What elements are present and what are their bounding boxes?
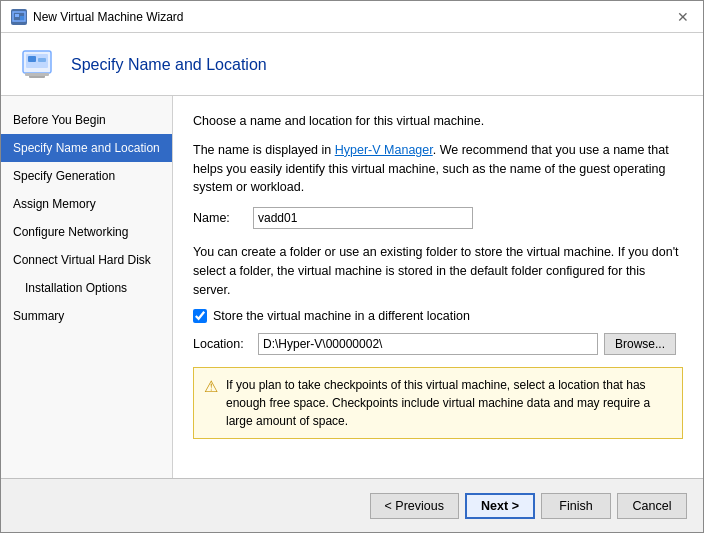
warning-box: ⚠ If you plan to take checkpoints of thi…	[193, 367, 683, 439]
window-icon	[11, 9, 27, 25]
svg-rect-8	[38, 58, 46, 62]
sidebar-item-summary[interactable]: Summary	[1, 302, 172, 330]
sidebar-item-before-you-begin[interactable]: Before You Begin	[1, 106, 172, 134]
header-title: Specify Name and Location	[71, 56, 267, 74]
folder-description: You can create a folder or use an existi…	[193, 243, 683, 299]
warning-text: If you plan to take checkpoints of this …	[226, 376, 672, 430]
main-description: Choose a name and location for this virt…	[193, 112, 683, 131]
sidebar-item-connect-vhd[interactable]: Connect Virtual Hard Disk	[1, 246, 172, 274]
header-icon	[21, 49, 57, 81]
wizard-header: Specify Name and Location	[1, 33, 703, 96]
svg-rect-2	[20, 16, 24, 20]
sidebar-item-specify-name[interactable]: Specify Name and Location	[1, 134, 172, 162]
window-title: New Virtual Machine Wizard	[33, 10, 673, 24]
svg-rect-1	[15, 14, 19, 17]
browse-button[interactable]: Browse...	[604, 333, 676, 355]
sidebar-item-installation-options[interactable]: Installation Options	[1, 274, 172, 302]
sidebar-item-specify-generation[interactable]: Specify Generation	[1, 162, 172, 190]
location-label: Location:	[193, 337, 258, 351]
wizard-footer: < Previous Next > Finish Cancel	[1, 478, 703, 532]
finish-button[interactable]: Finish	[541, 493, 611, 519]
content-area: Before You BeginSpecify Name and Locatio…	[1, 96, 703, 478]
name-input[interactable]	[253, 207, 473, 229]
next-button[interactable]: Next >	[465, 493, 535, 519]
sidebar-item-configure-networking[interactable]: Configure Networking	[1, 218, 172, 246]
location-input[interactable]	[258, 333, 598, 355]
store-different-checkbox[interactable]	[193, 309, 207, 323]
wizard-window: New Virtual Machine Wizard ✕ Specify Nam…	[0, 0, 704, 533]
name-label: Name:	[193, 211, 253, 225]
previous-button[interactable]: < Previous	[370, 493, 459, 519]
sidebar: Before You BeginSpecify Name and Locatio…	[1, 96, 173, 478]
title-bar: New Virtual Machine Wizard ✕	[1, 1, 703, 33]
sidebar-item-assign-memory[interactable]: Assign Memory	[1, 190, 172, 218]
close-button[interactable]: ✕	[673, 7, 693, 27]
checkbox-row: Store the virtual machine in a different…	[193, 309, 683, 323]
name-recommendation: The name is displayed in Hyper-V Manager…	[193, 141, 683, 197]
checkbox-label[interactable]: Store the virtual machine in a different…	[213, 309, 470, 323]
cancel-button[interactable]: Cancel	[617, 493, 687, 519]
name-row: Name:	[193, 207, 683, 229]
warning-icon: ⚠	[204, 377, 218, 396]
location-row: Location: Browse...	[193, 333, 683, 355]
main-content: Choose a name and location for this virt…	[173, 96, 703, 478]
svg-rect-6	[25, 73, 49, 76]
svg-rect-7	[28, 56, 36, 62]
